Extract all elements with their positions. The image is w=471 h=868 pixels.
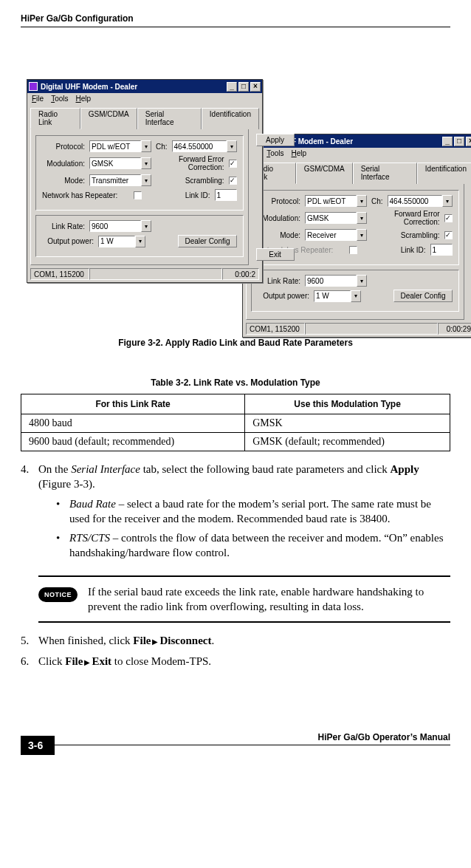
chevron-down-icon[interactable]: ▾ xyxy=(357,212,367,224)
repeater-checkbox[interactable] xyxy=(134,191,142,199)
chevron-down-icon[interactable]: ▾ xyxy=(357,229,367,241)
tab-ident[interactable]: Identification xyxy=(417,163,471,184)
header-rule xyxy=(21,27,450,27)
exit-button[interactable]: Exit xyxy=(256,248,295,261)
status-mid xyxy=(89,268,222,280)
channel-select[interactable]: 464.550000▾ xyxy=(172,140,237,152)
status-mid xyxy=(305,323,438,335)
notice-text: If the serial baud rate exceeds the link… xyxy=(88,584,450,615)
step-5: 5. When finished, click File▶Disconnect. xyxy=(21,633,450,648)
lbl-mode: Mode: xyxy=(42,177,85,185)
lbl-scrambling: Scrambling: xyxy=(156,177,224,185)
scrambling-checkbox[interactable]: ✓ xyxy=(444,231,453,239)
mode-select[interactable]: Receiver▾ xyxy=(305,229,367,241)
tab-gsm[interactable]: GSM/CDMA xyxy=(80,108,137,129)
mode-select[interactable]: Transmitter▾ xyxy=(89,174,151,186)
lbl-linkrate: Link Rate: xyxy=(42,222,85,230)
window-title: Digital UHF Modem - Dealer xyxy=(41,83,137,91)
scrambling-checkbox[interactable]: ✓ xyxy=(229,177,237,185)
notice: NOTICE If the serial baud rate exceeds t… xyxy=(38,575,450,623)
linkid-input[interactable]: 1 xyxy=(430,244,453,256)
chevron-down-icon[interactable]: ▾ xyxy=(357,275,367,287)
lbl-ch: Ch: xyxy=(371,197,383,205)
dealer-config-button[interactable]: Dealer Config xyxy=(178,235,236,247)
table-row: 9600 baud (default; recommended) GMSK (d… xyxy=(21,433,450,451)
lbl-modulation: Modulation: xyxy=(42,160,85,168)
triangle-right-icon: ▶ xyxy=(83,658,92,666)
status-port: COM1, 115200 xyxy=(30,268,89,280)
step-number: 5. xyxy=(21,633,38,648)
td-modulation: GMSK xyxy=(245,414,450,433)
output-select[interactable]: 1 W▾ xyxy=(314,290,361,302)
linkid-input[interactable]: 1 xyxy=(215,189,237,201)
chevron-down-icon[interactable]: ▾ xyxy=(442,195,453,207)
chevron-down-icon[interactable]: ▾ xyxy=(135,236,145,247)
manual-title: HiPer Ga/Gb Operator’s Manual xyxy=(318,732,450,742)
chevron-down-icon[interactable]: ▾ xyxy=(141,174,151,186)
menu-help[interactable]: Help xyxy=(75,95,91,103)
th-linkrate: For this Link Rate xyxy=(21,394,245,414)
menu-file[interactable]: File xyxy=(32,95,44,103)
modulation-select[interactable]: GMSK▾ xyxy=(305,212,367,224)
dealer-config-button[interactable]: Dealer Config xyxy=(393,290,452,302)
step-4: 4. On the Serial Interface tab, select t… xyxy=(21,462,450,565)
lbl-linkrate: Link Rate: xyxy=(258,277,300,285)
repeater-checkbox xyxy=(349,246,357,254)
lbl-ch: Ch: xyxy=(156,143,168,151)
tab-serial[interactable]: Serial Interface xyxy=(353,163,417,184)
maximize-button[interactable]: □ xyxy=(454,137,464,146)
step-number: 4. xyxy=(21,462,38,565)
lbl-protocol: Protocol: xyxy=(42,143,85,151)
linkrate-select[interactable]: 9600▾ xyxy=(89,220,151,232)
chevron-down-icon[interactable]: ▾ xyxy=(141,140,151,152)
chevron-down-icon[interactable]: ▾ xyxy=(141,220,151,232)
apply-button[interactable]: Apply xyxy=(256,134,295,146)
modulation-select[interactable]: GMSK▾ xyxy=(89,157,151,169)
page-number: 3-6 xyxy=(21,736,55,755)
fec-checkbox[interactable]: ✓ xyxy=(229,160,237,168)
lbl-fec: Forward Error Correction: xyxy=(371,210,440,226)
minimize-button[interactable]: _ xyxy=(442,137,453,146)
bullet-rts-cts: • RTS/CTS – controls the flow of data be… xyxy=(56,530,450,561)
output-select[interactable]: 1 W▾ xyxy=(98,236,145,247)
close-button[interactable]: × xyxy=(250,82,261,92)
td-linkrate: 4800 baud xyxy=(21,414,245,433)
status-port: COM1, 115200 xyxy=(246,323,305,335)
status-time: 0:00:2 xyxy=(222,268,259,280)
lbl-linkid: Link ID: xyxy=(146,191,210,199)
channel-select[interactable]: 464.550000▾ xyxy=(388,195,453,207)
tab-serial[interactable]: Serial Interface xyxy=(137,108,202,129)
figure-screenshots: Digital UHF Modem - Dealer _ □ × File To… xyxy=(21,79,450,330)
triangle-right-icon: ▶ xyxy=(151,638,159,646)
figure-caption: Figure 3-2. Apply Radio Link and Baud Ra… xyxy=(21,338,450,348)
step-number: 6. xyxy=(21,654,38,669)
menu-tools[interactable]: Tools xyxy=(51,95,68,103)
td-linkrate: 9600 baud (default; recommended) xyxy=(21,433,245,451)
status-time: 0:00:29 xyxy=(438,323,471,335)
fec-checkbox[interactable]: ✓ xyxy=(444,214,453,222)
table-caption: Table 3-2. Link Rate vs. Modulation Type xyxy=(21,377,450,388)
minimize-button[interactable]: _ xyxy=(227,82,237,92)
close-button[interactable]: × xyxy=(466,137,471,146)
dialog-transmitter: Digital UHF Modem - Dealer _ □ × File To… xyxy=(27,79,263,283)
protocol-select[interactable]: PDL w/EOT▾ xyxy=(305,195,367,207)
lbl-repeater: Network has Repeater: xyxy=(42,191,129,199)
titlebar[interactable]: Digital UHF Modem - Dealer _ □ × xyxy=(27,80,262,93)
lbl-scrambling: Scrambling: xyxy=(371,231,440,239)
bullet-icon: • xyxy=(56,530,69,561)
chevron-down-icon[interactable]: ▾ xyxy=(227,140,237,152)
chevron-down-icon[interactable]: ▾ xyxy=(141,157,151,169)
tab-gsm[interactable]: GSM/CDMA xyxy=(296,163,353,184)
tab-radio-link[interactable]: Radio Link xyxy=(30,108,80,129)
bullet-icon: • xyxy=(56,496,69,527)
chevron-down-icon[interactable]: ▾ xyxy=(357,195,367,207)
maximize-button[interactable]: □ xyxy=(238,82,249,92)
tab-ident[interactable]: Identification xyxy=(202,108,259,129)
linkrate-select[interactable]: 9600▾ xyxy=(305,275,367,287)
table-row: 4800 baud GMSK xyxy=(21,414,450,433)
notice-badge: NOTICE xyxy=(38,587,78,602)
chevron-down-icon[interactable]: ▾ xyxy=(351,290,361,302)
link-rate-table: For this Link Rate Use this Modulation T… xyxy=(21,394,450,451)
protocol-select[interactable]: PDL w/EOT▾ xyxy=(89,140,151,152)
lbl-output: Output power: xyxy=(42,237,94,245)
